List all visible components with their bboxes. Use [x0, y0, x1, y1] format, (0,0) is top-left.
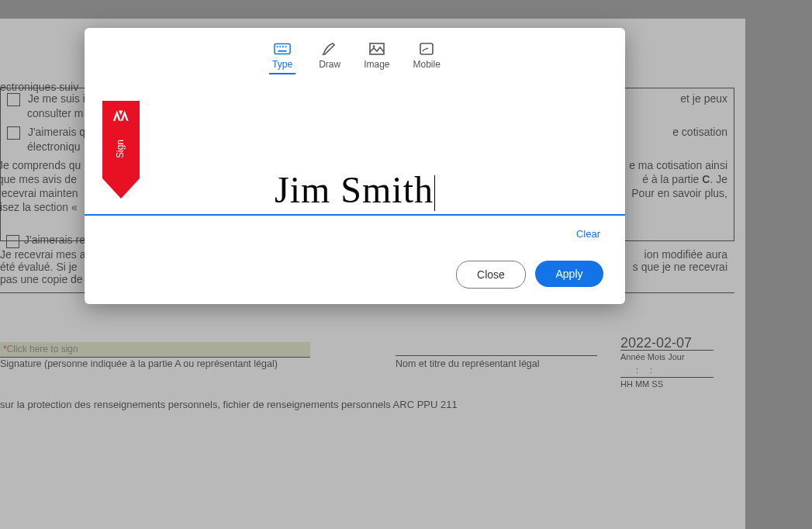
sign-pointer-text: Sign: [115, 140, 152, 158]
date-label-3: HH MM SS: [620, 378, 729, 391]
apply-button[interactable]: Apply: [535, 261, 603, 287]
text: J'aimerais rec: [24, 233, 91, 246]
text: et je peux: [680, 92, 727, 105]
text: . Je: [710, 173, 727, 185]
text: recevrai mainten: [0, 187, 78, 199]
tab-type[interactable]: Type: [269, 42, 295, 74]
tab-draw[interactable]: Draw: [319, 42, 340, 74]
date-label-1: Année Mois Jour: [620, 351, 729, 364]
svg-rect-3: [282, 46, 284, 47]
representative-area: Nom et titre du représentant légal: [396, 355, 597, 371]
tab-image-label: Image: [364, 59, 389, 70]
text: e ma cotisation ainsi: [629, 158, 727, 172]
svg-rect-4: [285, 46, 287, 47]
sign-here-pointer: Sign: [102, 101, 140, 200]
svg-rect-2: [279, 46, 281, 47]
signature-placeholder: Click here to sign: [7, 343, 78, 356]
text: é à la partie: [642, 173, 699, 185]
signature-tab-bar: Type Draw Image Mobile: [85, 42, 625, 74]
text: e cotisation: [672, 125, 727, 139]
text: que mes avis de: [0, 173, 77, 185]
text: été évalué. Si je: [0, 261, 78, 273]
signature-area: *Click here to sign Signature (personne …: [0, 342, 310, 371]
text: Je recevrai mes a: [0, 248, 85, 261]
checkbox-2[interactable]: [7, 126, 20, 140]
tab-type-label: Type: [272, 59, 292, 70]
text: J'aimerais qu: [28, 126, 92, 138]
svg-rect-5: [278, 50, 287, 52]
mobile-icon: [418, 42, 435, 56]
tab-mobile[interactable]: Mobile: [413, 42, 441, 74]
signature-field[interactable]: *Click here to sign: [0, 342, 310, 357]
signature-canvas[interactable]: Jim Smith: [85, 144, 625, 216]
clear-link[interactable]: Clear: [576, 228, 600, 240]
representative-label: Nom et titre du représentant légal: [396, 358, 597, 371]
privacy-note: sur la protection des renseignements per…: [0, 399, 458, 410]
svg-point-7: [372, 46, 375, 48]
signature-modal: Type Draw Image Mobile: [85, 28, 625, 304]
date-line-2: : :: [620, 364, 729, 377]
tab-draw-label: Draw: [319, 59, 340, 70]
date-value: 2022-02-07: [620, 337, 729, 350]
date-area: 2022-02-07 Année Mois Jour : : HH MM SS: [620, 337, 729, 391]
svg-rect-1: [277, 46, 278, 47]
checkbox-3[interactable]: [6, 235, 19, 248]
svg-rect-0: [275, 44, 290, 54]
pen-icon: [321, 42, 338, 56]
tab-mobile-label: Mobile: [413, 59, 441, 70]
tab-image[interactable]: Image: [364, 42, 389, 74]
adobe-icon: [102, 109, 140, 130]
declaration-box: Partie F – Déclara J'atteste que les ren…: [0, 292, 734, 391]
text: s que je ne recevrai: [633, 261, 727, 273]
image-icon: [368, 42, 385, 56]
text: Pour en savoir plus,: [631, 186, 727, 200]
keyboard-icon: [274, 42, 291, 56]
text: C: [702, 173, 710, 185]
text: Je comprends qu: [0, 159, 81, 171]
checkbox-1[interactable]: [7, 93, 20, 106]
text: ion modifiée aura: [644, 248, 727, 261]
close-button[interactable]: Close: [456, 261, 526, 289]
signature-label: Signature (personne indiquée à la partie…: [0, 358, 310, 371]
typed-signature-text: Jim Smith: [275, 168, 435, 214]
